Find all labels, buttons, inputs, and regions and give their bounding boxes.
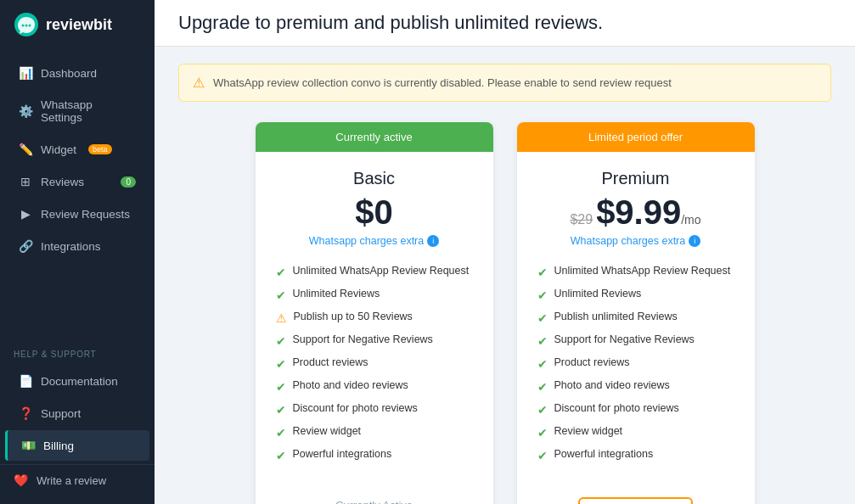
plan-card-basic: Currently active Basic $0 Whatsapp charg… (256, 122, 493, 504)
feature-item: ✔ Support for Negative Reviews (276, 329, 473, 352)
check-icon: ✔ (537, 288, 548, 302)
alert-icon: ⚠ (193, 75, 205, 91)
feature-item: ✔ Powerful integrations (537, 444, 734, 467)
check-icon: ✔ (537, 334, 548, 348)
reviews-icon: ⊞ (19, 175, 32, 188)
logo-text: reviewbit (46, 16, 112, 34)
sidebar-item-label: Documentation (41, 375, 118, 388)
sidebar-item-support[interactable]: ❓ Support (5, 398, 149, 428)
review-requests-icon: ▶ (19, 207, 32, 221)
check-icon: ✔ (276, 449, 286, 462)
premium-price-value: $9.99 (596, 193, 681, 231)
feature-list-basic: ✔ Unlimited WhatsApp Review Request ✔ Un… (276, 260, 473, 467)
sidebar-item-widget[interactable]: ✏️ Widget beta (5, 134, 149, 165)
check-icon: ✔ (537, 311, 548, 325)
feature-item: ✔ Review widget (276, 421, 473, 444)
feature-label: Product reviews (554, 356, 630, 368)
plan-price-premium: $29$9.99/mo (537, 193, 734, 232)
svg-point-1 (22, 25, 25, 27)
feature-label: Support for Negative Reviews (293, 333, 433, 345)
write-review-label: Write a review (37, 474, 106, 487)
sidebar-item-label: Reviews (41, 176, 84, 188)
feature-label: Product reviews (293, 356, 368, 368)
sidebar-bottom: HELP & SUPPORT 📄 Documentation ❓ Support… (0, 338, 155, 504)
sidebar-nav: 📊 Dashboard ⚙️ Whatsapp Settings ✏️ Widg… (0, 49, 155, 338)
sidebar-item-review-requests[interactable]: ▶ Review Requests (5, 199, 149, 229)
feature-item: ✔ Unlimited WhatsApp Review Request (276, 260, 473, 283)
help-section-label: HELP & SUPPORT (0, 338, 155, 364)
sidebar-item-label: Support (41, 407, 81, 420)
dashboard-icon: 📊 (19, 66, 32, 80)
check-icon: ✔ (276, 288, 286, 302)
plan-card-premium: Limited period offer Premium $29$9.99/mo… (517, 122, 755, 504)
main-body: ⚠ WhatsApp review collection convo is cu… (155, 47, 855, 504)
check-icon: ✔ (276, 357, 286, 371)
billing-icon: 💵 (21, 439, 35, 452)
feature-item: ✔ Review widget (537, 421, 734, 444)
sidebar-item-label: Integrations (41, 240, 101, 253)
feature-label: Unlimited Reviews (554, 288, 642, 300)
svg-point-2 (25, 25, 28, 27)
heart-icon: ❤️ (14, 473, 28, 487)
feature-label: Powerful integrations (293, 448, 392, 460)
feature-item: ✔ Photo and video reviews (276, 375, 473, 398)
plan-footer-basic: Currently Active (256, 484, 493, 504)
write-review-item[interactable]: ❤️ Write a review (0, 464, 155, 496)
sidebar: reviewbit 📊 Dashboard ⚙️ Whatsapp Settin… (0, 0, 155, 504)
check-icon: ✔ (537, 357, 548, 371)
plan-price-basic: $0 (276, 193, 473, 232)
feature-label: Powerful integrations (554, 448, 654, 460)
check-icon: ✔ (537, 380, 548, 394)
check-icon: ✔ (276, 403, 286, 417)
check-icon: ✔ (276, 380, 286, 394)
integrations-icon: 🔗 (19, 239, 32, 253)
page-title: Upgrade to premium and publish unlimited… (178, 12, 831, 34)
basic-price-value: $0 (355, 193, 393, 231)
sidebar-item-reviews[interactable]: ⊞ Reviews 0 (5, 166, 149, 197)
feature-item: ✔ Discount for photo reviews (276, 398, 473, 421)
feature-label: Unlimited WhatsApp Review Request (293, 265, 470, 277)
sidebar-item-label: Dashboard (41, 67, 97, 80)
sidebar-item-documentation[interactable]: 📄 Documentation (5, 366, 149, 396)
sidebar-item-integrations[interactable]: 🔗 Integrations (5, 231, 149, 261)
logo: reviewbit (0, 0, 155, 49)
check-icon: ✔ (537, 403, 548, 417)
feature-label: Discount for photo reviews (293, 402, 418, 414)
original-price: $29 (570, 212, 593, 227)
plan-name-basic: Basic (276, 169, 473, 188)
feature-label: Publish up to 50 Reviews (294, 311, 413, 322)
feature-item: ✔ Discount for photo reviews (537, 398, 734, 421)
alert-text: WhatsApp review collection convo is curr… (213, 76, 672, 89)
plan-body-premium: Premium $29$9.99/mo Whatsapp charges ext… (517, 152, 755, 484)
sidebar-item-label: Whatsapp Settings (41, 98, 136, 124)
feature-label: Publish unlimited Reviews (554, 311, 678, 322)
feature-label: Photo and video reviews (554, 379, 670, 391)
sidebar-item-dashboard[interactable]: 📊 Dashboard (5, 58, 149, 88)
plans-container: Currently active Basic $0 Whatsapp charg… (178, 122, 831, 504)
feature-item: ✔ Product reviews (537, 352, 734, 375)
sidebar-item-label: Review Requests (41, 208, 130, 221)
feature-label: Photo and video reviews (293, 379, 408, 391)
feature-label: Review widget (554, 425, 623, 437)
feature-item: ✔ Unlimited WhatsApp Review Request (537, 260, 734, 283)
currently-active-label: Currently Active (335, 499, 413, 504)
info-icon-basic: i (427, 235, 439, 247)
documentation-icon: 📄 (19, 374, 32, 388)
logo-icon (14, 12, 39, 37)
warn-icon: ⚠ (276, 311, 287, 325)
plan-header-label: Limited period offer (588, 131, 683, 143)
widget-icon: ✏️ (19, 143, 32, 156)
check-icon: ✔ (537, 266, 548, 279)
upgrade-now-button[interactable]: Upgrade Now (578, 497, 694, 504)
beta-badge: beta (88, 144, 112, 154)
sidebar-item-label: Widget (41, 143, 76, 156)
sidebar-item-whatsapp-settings[interactable]: ⚙️ Whatsapp Settings (5, 90, 149, 132)
svg-point-3 (29, 25, 31, 27)
feature-item: ✔ Publish unlimited Reviews (537, 306, 734, 329)
alert-banner: ⚠ WhatsApp review collection convo is cu… (178, 64, 831, 102)
plan-header-label: Currently active (335, 131, 412, 143)
plan-name-premium: Premium (537, 169, 734, 188)
sidebar-item-billing[interactable]: 💵 Billing (5, 430, 149, 461)
info-icon-premium: i (689, 235, 700, 247)
check-icon: ✔ (537, 426, 548, 440)
